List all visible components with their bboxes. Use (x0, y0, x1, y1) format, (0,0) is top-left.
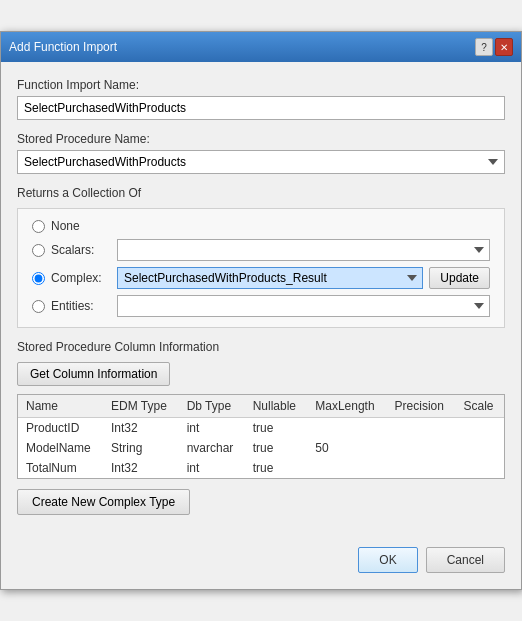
col-header-precision: Precision (387, 395, 456, 418)
radio-row-complex: Complex: SelectPurchasedWithProducts_Res… (32, 267, 490, 289)
scalars-select-wrapper (117, 239, 490, 261)
create-new-complex-type-button[interactable]: Create New Complex Type (17, 489, 190, 515)
radio-complex-label: Complex: (51, 271, 111, 285)
add-function-import-dialog: Add Function Import ? ✕ Function Import … (0, 31, 522, 590)
entities-select-wrapper (117, 295, 490, 317)
col-header-edm-type: EDM Type (103, 395, 179, 418)
radio-none-label: None (51, 219, 111, 233)
returns-collection-group: Returns a Collection Of None Scalars: (17, 186, 505, 328)
dialog-footer: OK Cancel (1, 547, 521, 589)
col-header-name: Name (18, 395, 103, 418)
sp-section-label: Stored Procedure Column Information (17, 340, 505, 354)
table-header-row: Name EDM Type Db Type Nullable MaxLength… (18, 395, 504, 418)
returns-collection-label: Returns a Collection Of (17, 186, 505, 200)
complex-select-wrapper: SelectPurchasedWithProducts_Result Updat… (117, 267, 490, 289)
get-column-information-button[interactable]: Get Column Information (17, 362, 170, 386)
stored-procedure-name-label: Stored Procedure Name: (17, 132, 505, 146)
title-bar: Add Function Import ? ✕ (1, 32, 521, 62)
ok-button[interactable]: OK (358, 547, 417, 573)
entities-select[interactable] (117, 295, 490, 317)
radio-row-scalars: Scalars: (32, 239, 490, 261)
returns-collection-options: None Scalars: Complex: (17, 208, 505, 328)
column-info-table: Name EDM Type Db Type Nullable MaxLength… (18, 395, 504, 478)
col-header-nullable: Nullable (245, 395, 308, 418)
radio-scalars-label: Scalars: (51, 243, 111, 257)
complex-select[interactable]: SelectPurchasedWithProducts_Result (117, 267, 423, 289)
table-row: ModelNameStringnvarchartrue50 (18, 438, 504, 458)
sp-column-section: Stored Procedure Column Information Get … (17, 340, 505, 479)
table-row: TotalNumInt32inttrue (18, 458, 504, 478)
function-import-name-label: Function Import Name: (17, 78, 505, 92)
column-info-table-wrapper: Name EDM Type Db Type Nullable MaxLength… (17, 394, 505, 479)
dialog-content: Function Import Name: Stored Procedure N… (1, 62, 521, 547)
col-header-scale: Scale (455, 395, 504, 418)
radio-row-none: None (32, 219, 490, 233)
close-button[interactable]: ✕ (495, 38, 513, 56)
radio-entities-label: Entities: (51, 299, 111, 313)
radio-none[interactable] (32, 220, 45, 233)
dialog-title: Add Function Import (9, 40, 117, 54)
title-bar-buttons: ? ✕ (475, 38, 513, 56)
update-button[interactable]: Update (429, 267, 490, 289)
radio-row-entities: Entities: (32, 295, 490, 317)
radio-complex[interactable] (32, 272, 45, 285)
function-import-name-group: Function Import Name: (17, 78, 505, 120)
stored-procedure-name-group: Stored Procedure Name: SelectPurchasedWi… (17, 132, 505, 174)
col-header-maxlength: MaxLength (307, 395, 386, 418)
col-header-db-type: Db Type (179, 395, 245, 418)
help-button[interactable]: ? (475, 38, 493, 56)
cancel-button[interactable]: Cancel (426, 547, 505, 573)
scalars-select[interactable] (117, 239, 490, 261)
radio-scalars[interactable] (32, 244, 45, 257)
function-import-name-input[interactable] (17, 96, 505, 120)
radio-entities[interactable] (32, 300, 45, 313)
stored-procedure-name-select[interactable]: SelectPurchasedWithProducts (17, 150, 505, 174)
table-row: ProductIDInt32inttrue (18, 418, 504, 439)
